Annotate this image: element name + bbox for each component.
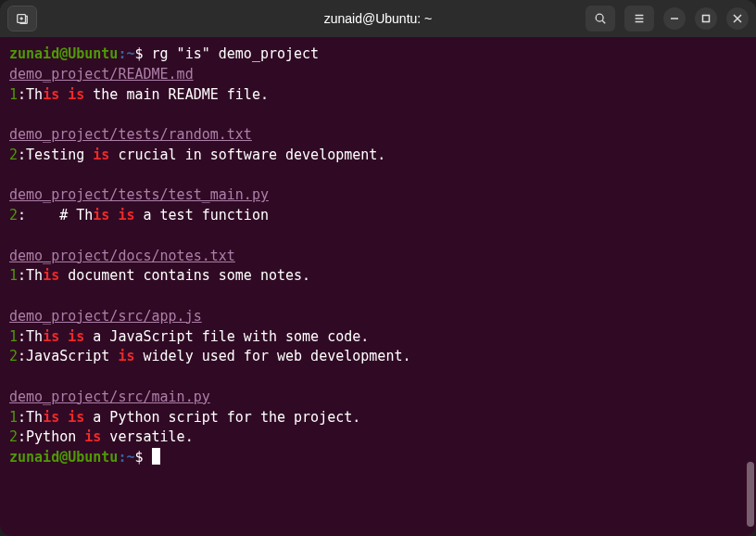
hamburger-icon [633,12,646,25]
match-highlight: is [43,86,59,103]
maximize-icon [701,14,711,23]
terminal-area[interactable]: zunaid@Ubuntu:~$ rg "is" demo_project de… [0,37,756,536]
result-text: :JavaScript [18,348,118,364]
svg-point-1 [596,14,603,21]
match-highlight: is [93,147,109,163]
titlebar: zunaid@Ubuntu: ~ [0,0,756,37]
result-text: :Th [18,86,43,103]
line-number: 1 [9,328,18,345]
result-text: :Th [18,328,43,345]
match-highlight: is [84,428,101,445]
close-button[interactable] [726,7,749,30]
search-icon [594,12,607,25]
match-highlight: is [118,348,134,364]
result-text: versatile. [101,428,193,445]
scrollbar[interactable] [747,462,754,527]
result-file-path: demo_project/tests/random.txt [9,126,252,143]
line-number: 2 [9,147,18,163]
result-text: : # Th [18,207,93,223]
result-file-path: demo_project/docs/notes.txt [9,248,235,264]
result-text [59,409,68,426]
window-title: zunaid@Ubuntu: ~ [324,11,433,26]
result-file-path: demo_project/README.md [9,66,194,83]
result-text [59,328,68,345]
match-highlight: is [43,267,59,284]
match-highlight: is [43,409,59,426]
result-text: :Testing [18,147,93,163]
result-text: :Th [18,409,43,426]
result-text: a JavaScript file with some code. [84,328,369,345]
prompt-user-host: zunaid@Ubuntu [9,449,118,466]
line-number: 2 [9,348,18,364]
match-highlight: is [118,207,134,223]
minimize-icon [670,14,679,23]
svg-rect-2 [703,16,710,22]
close-icon [733,14,742,23]
result-text: crucial in software development. [109,147,385,163]
line-number: 1 [9,267,18,284]
search-button[interactable] [586,6,615,32]
line-number: 1 [9,86,18,103]
match-highlight: is [93,207,109,223]
result-text: widely used for web development. [134,348,410,364]
result-text: :Python [18,428,84,445]
line-number: 1 [9,409,18,426]
new-tab-icon [16,12,29,25]
terminal-output: zunaid@Ubuntu:~$ rg "is" demo_project de… [9,45,747,468]
result-text: document contains some notes. [59,267,310,284]
result-text: :Th [18,267,43,284]
match-highlight: is [43,328,59,345]
line-number: 2 [9,207,18,223]
match-highlight: is [68,409,84,426]
result-file-path: demo_project/tests/test_main.py [9,186,269,203]
match-highlight: is [68,86,84,103]
result-text: a Python script for the project. [84,409,360,426]
prompt-symbol: $ [134,45,151,62]
cursor [152,448,160,465]
titlebar-right [586,6,749,32]
maximize-button[interactable] [695,7,717,30]
result-text [59,86,68,103]
match-highlight: is [68,328,84,345]
prompt-user-host: zunaid@Ubuntu [9,45,118,62]
menu-button[interactable] [624,6,654,32]
line-number: 2 [9,428,18,445]
new-tab-button[interactable] [7,6,37,32]
minimize-button[interactable] [663,7,686,30]
result-file-path: demo_project/src/main.py [9,389,210,405]
prompt-symbol: $ [134,449,151,466]
result-file-path: demo_project/src/app.js [9,308,202,325]
command-text: rg "is" demo_project [152,45,320,62]
terminal-window: zunaid@Ubuntu: ~ [0,0,756,536]
result-text: the main README file. [84,86,269,103]
titlebar-left [7,6,37,32]
result-text: a test function [134,207,269,223]
